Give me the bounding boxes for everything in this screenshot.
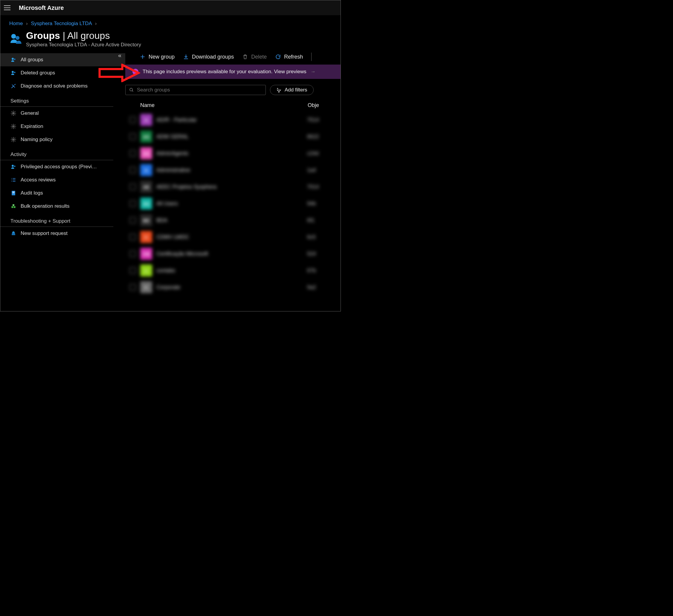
table-header-row: Name Obje bbox=[125, 98, 341, 111]
group-avatar: c bbox=[140, 265, 152, 277]
sidebar-item[interactable]: Bulk operation results bbox=[0, 200, 125, 213]
group-name: Corporate bbox=[156, 284, 303, 291]
delete-button: Delete bbox=[242, 54, 267, 60]
group-object-id: 94b bbox=[307, 201, 316, 207]
group-object-id: 67b bbox=[307, 268, 316, 274]
sidebar-item[interactable]: General bbox=[0, 107, 125, 120]
table-row[interactable]: AEAEEC Projetos Sysphera7014 bbox=[125, 179, 341, 195]
search-input-wrapper[interactable] bbox=[125, 85, 266, 95]
table-row[interactable]: ccontabs67b bbox=[125, 262, 341, 279]
sidebar-item[interactable]: Deleted groups bbox=[0, 66, 125, 79]
group-name: Administrative bbox=[156, 167, 303, 173]
trash-icon bbox=[242, 54, 248, 60]
row-checkbox[interactable] bbox=[130, 284, 136, 291]
row-checkbox[interactable] bbox=[130, 116, 136, 123]
table-row[interactable]: CMCertificação Microsoft524 bbox=[125, 245, 341, 262]
svg-point-0 bbox=[11, 34, 16, 39]
row-checkbox[interactable] bbox=[130, 150, 136, 157]
table-row[interactable]: AGADW GERAL8622 bbox=[125, 128, 341, 145]
table-row[interactable]: AAD/R - Particular7514 bbox=[125, 111, 341, 128]
new-group-button[interactable]: New group bbox=[140, 54, 175, 60]
group-avatar: AA bbox=[140, 147, 152, 159]
group-object-id: 524 bbox=[307, 251, 316, 257]
svg-rect-14 bbox=[11, 206, 13, 208]
page-subtitle: Sysphera Tecnologia LTDA - Azure Active … bbox=[26, 42, 141, 48]
download-icon bbox=[183, 54, 189, 60]
sidebar-item-label: Deleted groups bbox=[21, 70, 55, 76]
gear-icon bbox=[10, 110, 16, 116]
group-object-id: 1a4 bbox=[307, 167, 316, 173]
svg-point-1 bbox=[16, 36, 19, 40]
group-object-id: 9a2 bbox=[307, 284, 316, 291]
groups-icon bbox=[9, 32, 22, 44]
column-object-id[interactable]: Obje bbox=[308, 102, 341, 108]
group-name: AEEC Projetos Sysphera bbox=[156, 184, 303, 190]
sidebar-item-label: General bbox=[21, 110, 39, 116]
svg-point-5 bbox=[14, 72, 16, 73]
chevron-right-icon: › bbox=[95, 21, 97, 26]
sidebar-item[interactable]: New support request bbox=[0, 227, 125, 240]
svg-rect-12 bbox=[13, 192, 15, 192]
group-object-id: 8622 bbox=[307, 133, 319, 140]
table-row[interactable]: AAdministrative1a4 bbox=[125, 162, 341, 179]
sidebar-item[interactable]: Expiration bbox=[0, 120, 125, 133]
group-name: ADW GERAL bbox=[156, 133, 303, 140]
checklist-icon bbox=[10, 177, 16, 183]
row-checkbox[interactable] bbox=[130, 267, 136, 274]
sidebar-item-label: Naming policy bbox=[21, 136, 53, 142]
chevron-right-icon: › bbox=[26, 21, 28, 26]
group-name: AD/R - Particular bbox=[156, 117, 303, 123]
row-checkbox[interactable] bbox=[130, 133, 136, 140]
banner-text: This page includes previews available fo… bbox=[143, 69, 306, 75]
group-avatar: C bbox=[140, 281, 152, 293]
table-row[interactable]: BDBDA6f1 bbox=[125, 212, 341, 229]
plus-icon bbox=[140, 54, 146, 60]
preview-banner[interactable]: ✦ This page includes previews available … bbox=[125, 64, 341, 79]
breadcrumb-home[interactable]: Home bbox=[9, 21, 23, 26]
add-filters-button[interactable]: Add filters bbox=[270, 85, 313, 95]
sidebar-item[interactable]: Diagnose and solve problems bbox=[0, 79, 125, 93]
table-row[interactable]: AUAll Users94b bbox=[125, 195, 341, 212]
group-name: All Users bbox=[156, 201, 303, 207]
sidebar-item[interactable]: Audit logs bbox=[0, 187, 125, 200]
table-row[interactable]: AAAdminAgentsc24d bbox=[125, 145, 341, 162]
row-checkbox[interactable] bbox=[130, 200, 136, 207]
collapse-sidebar-icon[interactable]: « bbox=[116, 50, 123, 61]
group-name: BDA bbox=[156, 217, 303, 224]
sidebar-item[interactable]: All groups bbox=[0, 53, 125, 66]
group-object-id: c24d bbox=[307, 150, 319, 157]
row-checkbox[interactable] bbox=[130, 184, 136, 190]
row-checkbox[interactable] bbox=[130, 251, 136, 257]
table-row[interactable]: CCorporate9a2 bbox=[125, 279, 341, 296]
sidebar-item[interactable]: Privileged access groups (Previ… bbox=[0, 160, 125, 173]
svg-point-6 bbox=[13, 113, 14, 114]
refresh-button[interactable]: Refresh bbox=[275, 54, 303, 60]
sidebar-item[interactable]: Naming policy bbox=[0, 133, 125, 146]
sidebar-item-label: Diagnose and solve problems bbox=[21, 83, 87, 89]
people-icon bbox=[10, 57, 16, 63]
row-checkbox[interactable] bbox=[130, 234, 136, 240]
tools-icon bbox=[10, 83, 16, 89]
row-checkbox[interactable] bbox=[130, 167, 136, 173]
group-avatar: BD bbox=[140, 214, 152, 226]
group-object-id: 7014 bbox=[307, 184, 319, 190]
search-icon bbox=[129, 87, 134, 92]
sidebar-item-label: All groups bbox=[21, 57, 43, 63]
search-input[interactable] bbox=[137, 87, 262, 93]
group-object-id: 6c5 bbox=[307, 234, 316, 240]
svg-rect-15 bbox=[14, 206, 16, 208]
group-avatar: A bbox=[140, 114, 152, 126]
arrow-right-icon: → bbox=[311, 69, 316, 75]
group-avatar: CM bbox=[140, 248, 152, 260]
download-groups-button[interactable]: Download groups bbox=[183, 54, 234, 60]
group-avatar: AU bbox=[140, 198, 152, 210]
row-checkbox[interactable] bbox=[130, 217, 136, 224]
hamburger-menu-icon[interactable] bbox=[4, 4, 10, 11]
page-title: Groups | All groups bbox=[26, 30, 141, 41]
svg-point-10 bbox=[14, 166, 16, 167]
group-object-id: 7514 bbox=[307, 117, 319, 123]
table-row[interactable]: CCDMV LWDC6c5 bbox=[125, 229, 341, 245]
sidebar-item[interactable]: Access reviews bbox=[0, 173, 125, 187]
column-name[interactable]: Name bbox=[140, 102, 308, 108]
breadcrumb-tenant[interactable]: Sysphera Tecnologia LTDA bbox=[31, 21, 92, 26]
